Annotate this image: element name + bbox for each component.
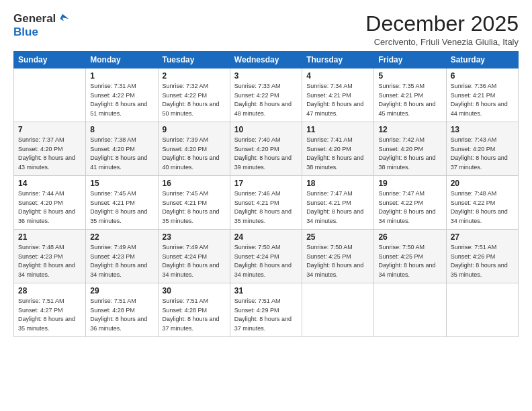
calendar-cell: 21Sunrise: 7:48 AMSunset: 4:23 PMDayligh… [14,230,86,283]
logo-blue-text: Blue [13,26,38,39]
day-number: 20 [451,179,514,188]
day-number: 28 [18,286,81,295]
calendar-cell [302,283,374,337]
calendar-cell: 23Sunrise: 7:49 AMSunset: 4:24 PMDayligh… [158,230,230,283]
day-number: 7 [18,125,81,134]
day-header-wednesday: Wednesday [230,52,302,68]
calendar-body: 1Sunrise: 7:31 AMSunset: 4:22 PMDaylight… [14,68,519,337]
day-number: 10 [234,125,298,134]
day-info: Sunrise: 7:40 AMSunset: 4:20 PMDaylight:… [234,136,298,172]
calendar-cell [14,68,86,122]
logo-bird-icon [56,13,69,25]
calendar-cell [446,283,518,337]
svg-marker-0 [60,14,69,21]
day-number: 3 [234,71,298,81]
calendar-cell: 4Sunrise: 7:34 AMSunset: 4:21 PMDaylight… [302,68,374,122]
calendar-table: SundayMondayTuesdayWednesdayThursdayFrid… [13,51,519,337]
calendar-cell [374,283,446,337]
day-number: 26 [378,232,441,242]
day-number: 19 [378,179,441,188]
day-info: Sunrise: 7:48 AMSunset: 4:22 PMDaylight:… [451,189,514,226]
calendar-cell: 14Sunrise: 7:44 AMSunset: 4:20 PMDayligh… [14,176,86,230]
day-number: 31 [234,286,298,295]
day-header-friday: Friday [374,52,446,68]
day-number: 27 [451,232,514,242]
day-info: Sunrise: 7:36 AMSunset: 4:21 PMDaylight:… [451,82,514,118]
calendar-cell: 29Sunrise: 7:51 AMSunset: 4:28 PMDayligh… [86,283,158,337]
day-info: Sunrise: 7:42 AMSunset: 4:20 PMDaylight:… [378,136,441,172]
calendar-cell: 20Sunrise: 7:48 AMSunset: 4:22 PMDayligh… [446,176,518,230]
calendar-cell: 5Sunrise: 7:35 AMSunset: 4:21 PMDaylight… [374,68,446,122]
calendar-cell: 11Sunrise: 7:41 AMSunset: 4:20 PMDayligh… [302,122,374,176]
calendar-cell: 10Sunrise: 7:40 AMSunset: 4:20 PMDayligh… [230,122,302,176]
day-info: Sunrise: 7:32 AMSunset: 4:22 PMDaylight:… [163,82,226,118]
day-info: Sunrise: 7:51 AMSunset: 4:29 PMDaylight:… [234,297,298,333]
header-row: SundayMondayTuesdayWednesdayThursdayFrid… [14,52,519,68]
day-info: Sunrise: 7:48 AMSunset: 4:23 PMDaylight:… [18,243,81,279]
day-number: 29 [90,286,153,295]
calendar-cell: 28Sunrise: 7:51 AMSunset: 4:27 PMDayligh… [14,283,86,337]
day-number: 23 [163,232,226,242]
calendar-cell: 13Sunrise: 7:43 AMSunset: 4:20 PMDayligh… [446,122,518,176]
day-info: Sunrise: 7:44 AMSunset: 4:20 PMDaylight:… [18,189,81,226]
day-info: Sunrise: 7:50 AMSunset: 4:25 PMDaylight:… [378,243,441,279]
calendar-cell: 24Sunrise: 7:50 AMSunset: 4:24 PMDayligh… [230,230,302,283]
day-number: 16 [163,179,226,188]
calendar-cell: 26Sunrise: 7:50 AMSunset: 4:25 PMDayligh… [374,230,446,283]
day-info: Sunrise: 7:47 AMSunset: 4:21 PMDaylight:… [306,189,369,226]
day-number: 25 [306,232,369,242]
day-info: Sunrise: 7:45 AMSunset: 4:21 PMDaylight:… [90,189,153,226]
calendar-cell: 16Sunrise: 7:45 AMSunset: 4:21 PMDayligh… [158,176,230,230]
calendar-cell: 15Sunrise: 7:45 AMSunset: 4:21 PMDayligh… [86,176,158,230]
logo: General Blue [13,12,69,39]
calendar-cell: 3Sunrise: 7:33 AMSunset: 4:22 PMDaylight… [230,68,302,122]
calendar-cell: 12Sunrise: 7:42 AMSunset: 4:20 PMDayligh… [374,122,446,176]
day-info: Sunrise: 7:51 AMSunset: 4:27 PMDaylight:… [18,297,81,333]
day-number: 24 [234,232,298,242]
page: General Blue December 2025 Cercivento, F… [0,0,532,411]
title-section: December 2025 Cercivento, Friuli Venezia… [365,12,519,47]
day-number: 22 [90,232,153,242]
day-number: 4 [306,71,369,81]
day-info: Sunrise: 7:49 AMSunset: 4:24 PMDaylight:… [163,243,226,279]
day-number: 9 [163,125,226,134]
calendar-cell: 2Sunrise: 7:32 AMSunset: 4:22 PMDaylight… [158,68,230,122]
day-info: Sunrise: 7:35 AMSunset: 4:21 PMDaylight:… [378,82,441,118]
day-header-monday: Monday [86,52,158,68]
calendar-cell: 9Sunrise: 7:39 AMSunset: 4:20 PMDaylight… [158,122,230,176]
day-number: 21 [18,232,81,242]
day-number: 12 [378,125,441,134]
day-info: Sunrise: 7:41 AMSunset: 4:20 PMDaylight:… [306,136,369,172]
day-number: 14 [18,179,81,188]
calendar-header: SundayMondayTuesdayWednesdayThursdayFrid… [14,52,519,68]
day-number: 17 [234,179,298,188]
month-title: December 2025 [365,12,519,36]
day-info: Sunrise: 7:31 AMSunset: 4:22 PMDaylight:… [90,82,153,118]
calendar-cell: 19Sunrise: 7:47 AMSunset: 4:22 PMDayligh… [374,176,446,230]
location-text: Cercivento, Friuli Venezia Giulia, Italy [365,37,519,47]
day-info: Sunrise: 7:46 AMSunset: 4:21 PMDaylight:… [234,189,298,226]
day-info: Sunrise: 7:34 AMSunset: 4:21 PMDaylight:… [306,82,369,118]
calendar-cell: 31Sunrise: 7:51 AMSunset: 4:29 PMDayligh… [230,283,302,337]
day-info: Sunrise: 7:49 AMSunset: 4:23 PMDaylight:… [90,243,153,279]
day-info: Sunrise: 7:51 AMSunset: 4:28 PMDaylight:… [163,297,226,333]
week-row-3: 14Sunrise: 7:44 AMSunset: 4:20 PMDayligh… [14,176,519,230]
day-info: Sunrise: 7:51 AMSunset: 4:28 PMDaylight:… [90,297,153,333]
day-number: 8 [90,125,153,134]
day-info: Sunrise: 7:33 AMSunset: 4:22 PMDaylight:… [234,82,298,118]
day-info: Sunrise: 7:39 AMSunset: 4:20 PMDaylight:… [163,136,226,172]
day-info: Sunrise: 7:38 AMSunset: 4:20 PMDaylight:… [90,136,153,172]
day-header-thursday: Thursday [302,52,374,68]
logo-general-text: General [13,12,56,26]
day-number: 11 [306,125,369,134]
day-info: Sunrise: 7:37 AMSunset: 4:20 PMDaylight:… [18,136,81,172]
calendar-cell: 17Sunrise: 7:46 AMSunset: 4:21 PMDayligh… [230,176,302,230]
calendar-cell: 8Sunrise: 7:38 AMSunset: 4:20 PMDaylight… [86,122,158,176]
day-info: Sunrise: 7:45 AMSunset: 4:21 PMDaylight:… [163,189,226,226]
day-info: Sunrise: 7:50 AMSunset: 4:25 PMDaylight:… [306,243,369,279]
day-info: Sunrise: 7:43 AMSunset: 4:20 PMDaylight:… [451,136,514,172]
day-info: Sunrise: 7:50 AMSunset: 4:24 PMDaylight:… [234,243,298,279]
day-number: 15 [90,179,153,188]
day-header-sunday: Sunday [14,52,86,68]
day-number: 6 [451,71,514,81]
